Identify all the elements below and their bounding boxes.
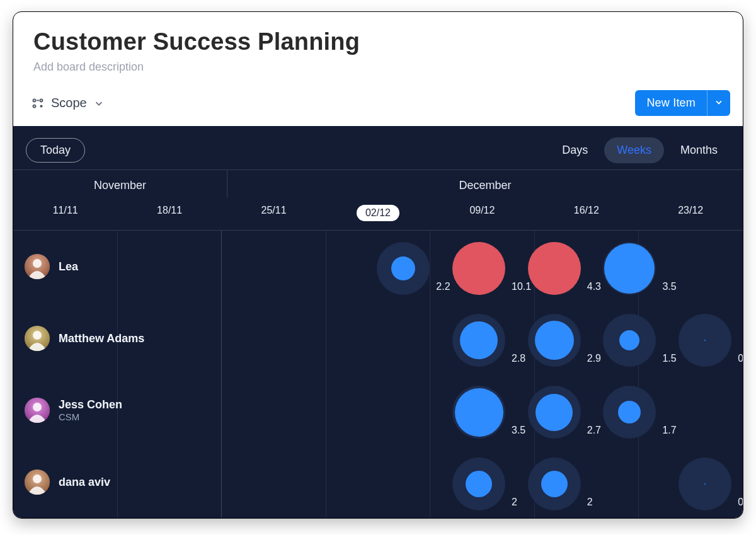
person-cell[interactable]: Matthew Adams (13, 314, 215, 362)
board-header: Customer Success Planning Add board desc… (13, 12, 743, 80)
avatar (25, 469, 50, 495)
svg-point-3 (40, 105, 42, 107)
range-tab-weeks[interactable]: Weeks (604, 137, 664, 163)
workload-dot (528, 242, 581, 295)
workload-value: 0 (738, 497, 743, 508)
svg-point-2 (33, 105, 35, 107)
range-tab-days[interactable]: Days (549, 137, 600, 163)
workload-bubble: 4.3 (528, 242, 581, 295)
workload-bubble: 10.1 (452, 242, 505, 295)
workload-cell[interactable]: 0 (667, 449, 743, 515)
workload-bubble: 1.5 (603, 314, 656, 367)
date-cell[interactable]: 09/12 (430, 197, 534, 230)
workload-cell (215, 305, 290, 372)
board-title: Customer Success Planning (33, 28, 725, 55)
date-cell[interactable]: 25/11 (222, 197, 326, 230)
svg-point-11 (33, 475, 42, 483)
person-cells: 3.52.71.7 (215, 377, 743, 444)
workload-cell[interactable]: 1.5 (592, 305, 668, 372)
workload-dot (618, 401, 641, 423)
date-pill-selected: 02/12 (357, 205, 399, 221)
person-row: Jess CohenCSM3.52.71.7 (13, 374, 743, 446)
workload-cell[interactable]: 3.5 (592, 233, 668, 300)
workload-cell[interactable]: 2 (441, 449, 517, 515)
chevron-down-icon (714, 97, 724, 109)
board-description-placeholder[interactable]: Add board description (33, 60, 725, 74)
workload-cell (290, 449, 366, 515)
avatar (25, 254, 50, 279)
workload-bubble: 2 (452, 457, 505, 510)
today-button[interactable]: Today (26, 138, 85, 163)
avatar (25, 326, 50, 351)
person-name: dana aviv (59, 476, 110, 489)
workload-cell[interactable]: 2.7 (517, 377, 592, 444)
workload-cell (290, 233, 366, 300)
person-cells: 2.210.14.33.5 (215, 233, 743, 300)
person-cells: 2.82.91.50.2 (215, 305, 743, 372)
timeline-header: November December 11/1118/1125/1102/1209… (13, 170, 743, 231)
workload-value: 0.2 (738, 353, 743, 364)
person-name: Jess Cohen (59, 398, 122, 411)
board-toolbar: Scope New Item (13, 80, 743, 126)
workload-cell[interactable]: 2 (517, 449, 592, 515)
workload-cell (365, 377, 441, 444)
person-name: Matthew Adams (59, 332, 144, 345)
chevron-down-icon (93, 98, 105, 109)
person-cell[interactable]: dana aviv (13, 458, 215, 506)
workload-planner: Today Days Weeks Months November Decembe… (13, 126, 743, 518)
person-text: Matthew Adams (59, 332, 144, 345)
workload-cell (215, 377, 290, 444)
month-row: November December (13, 170, 743, 197)
date-cell[interactable]: 16/12 (534, 197, 638, 230)
new-item-dropdown-button[interactable] (707, 90, 730, 116)
workload-dot (704, 483, 706, 485)
workload-cell[interactable]: 2.9 (517, 305, 592, 372)
svg-point-0 (33, 99, 35, 101)
dates-row: 11/1118/1125/1102/1209/1216/1223/12 (13, 197, 743, 230)
workload-dot (535, 321, 574, 360)
date-cell[interactable]: 02/12 (326, 197, 430, 230)
workload-bubble: 0 (679, 457, 731, 510)
person-cell[interactable]: Lea (13, 243, 215, 291)
workload-cell (290, 305, 366, 372)
person-subtitle: CSM (59, 411, 122, 422)
date-cell[interactable]: 18/11 (117, 197, 221, 230)
workload-cell[interactable]: 4.3 (517, 233, 592, 300)
scope-selector[interactable]: Scope (31, 96, 105, 110)
workload-dot (604, 243, 655, 294)
new-item-button[interactable]: New Item (635, 90, 707, 116)
workload-cell[interactable]: 10.1 (441, 233, 517, 300)
workload-cell (667, 377, 743, 444)
workload-cell[interactable]: 0.2 (667, 305, 743, 372)
person-text: Lea (59, 260, 78, 273)
person-text: dana aviv (59, 476, 110, 489)
range-tab-months[interactable]: Months (668, 137, 730, 163)
workload-cell[interactable]: 2.8 (441, 305, 517, 372)
person-cells: 220 (215, 449, 743, 515)
person-row: Matthew Adams2.82.91.50.2 (13, 302, 743, 374)
person-cell[interactable]: Jess CohenCSM (13, 386, 215, 434)
date-cell[interactable]: 23/12 (639, 197, 743, 230)
workload-cell[interactable]: 3.5 (441, 377, 517, 444)
workload-dot (455, 388, 503, 437)
svg-point-7 (33, 331, 42, 340)
planner-topbar: Today Days Weeks Months (13, 126, 743, 170)
workload-cell[interactable]: 1.7 (592, 377, 668, 444)
workload-bubble: 0.2 (679, 314, 731, 367)
svg-point-5 (33, 259, 42, 268)
workload-bubble: 2.8 (452, 314, 505, 367)
avatar (25, 398, 50, 423)
date-cell[interactable]: 11/11 (13, 197, 117, 230)
workload-dot (536, 394, 573, 431)
board-card: Customer Success Planning Add board desc… (13, 11, 743, 519)
workload-dot (466, 471, 492, 497)
person-text: Jess CohenCSM (59, 398, 122, 422)
workload-dot (704, 340, 706, 341)
month-label-left: November (13, 170, 227, 197)
person-name: Lea (59, 260, 78, 273)
workload-bubble: 1.7 (603, 386, 656, 439)
workload-dot (391, 256, 415, 280)
workload-cell[interactable]: 2.2 (365, 233, 441, 300)
svg-point-1 (40, 99, 42, 101)
planner-rows: Lea2.210.14.33.5Matthew Adams2.82.91.50.… (13, 231, 743, 518)
